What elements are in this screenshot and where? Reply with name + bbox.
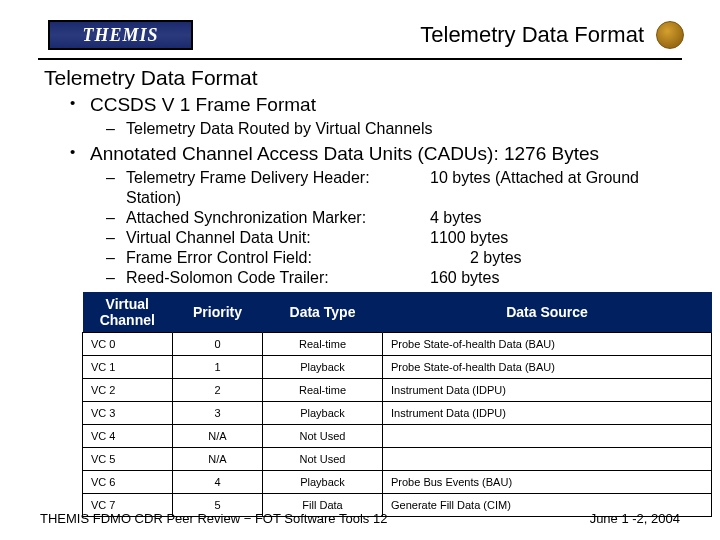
footer-left: THEMIS FDMO CDR Peer Review − FOT Softwa… <box>40 511 387 526</box>
table-cell: Probe Bus Events (BAU) <box>383 471 712 494</box>
sub-bullet: Telemetry Data Routed by Virtual Channel… <box>90 119 690 139</box>
table-cell <box>383 448 712 471</box>
mission-seal-icon <box>656 21 684 49</box>
table-cell: N/A <box>173 425 263 448</box>
bullet-list: CCSDS V 1 Frame Format Telemetry Data Ro… <box>44 94 690 288</box>
bullet-ccsds: CCSDS V 1 Frame Format Telemetry Data Ro… <box>44 94 690 139</box>
table-row: VC 11PlaybackProbe State-of-health Data … <box>83 356 712 379</box>
table-cell: VC 4 <box>83 425 173 448</box>
table-cell: VC 6 <box>83 471 173 494</box>
sub-bullet: Station) <box>90 188 690 208</box>
table-cell: Real-time <box>263 379 383 402</box>
table-header: Data Type <box>263 292 383 333</box>
bullet-text: Annotated Channel Access Data Units (CAD… <box>90 143 599 164</box>
footer: THEMIS FDMO CDR Peer Review − FOT Softwa… <box>0 511 720 526</box>
table-header: Priority <box>173 292 263 333</box>
table-cell: N/A <box>173 448 263 471</box>
sub-bullet: Virtual Channel Data Unit:1100 bytes <box>90 228 690 248</box>
logo-text: THEMIS <box>82 25 158 46</box>
sub-bullet: Frame Error Control Field:2 bytes <box>90 248 690 268</box>
vc-table: Virtual ChannelPriorityData TypeData Sou… <box>82 292 712 517</box>
table-cell: 4 <box>173 471 263 494</box>
table-cell: 1 <box>173 356 263 379</box>
header-title: Telemetry Data Format <box>420 22 644 48</box>
table-cell: Not Used <box>263 448 383 471</box>
table-cell: VC 5 <box>83 448 173 471</box>
table-cell: Playback <box>263 356 383 379</box>
table-header: Virtual Channel <box>83 292 173 333</box>
table-cell: 2 <box>173 379 263 402</box>
table-row: VC 22Real-timeInstrument Data (IDPU) <box>83 379 712 402</box>
table-cell: VC 0 <box>83 333 173 356</box>
table-cell: Instrument Data (IDPU) <box>383 402 712 425</box>
table-row: VC 64PlaybackProbe Bus Events (BAU) <box>83 471 712 494</box>
table-cell: 3 <box>173 402 263 425</box>
table-row: VC 00Real-timeProbe State-of-health Data… <box>83 333 712 356</box>
bullet-text: CCSDS V 1 Frame Format <box>90 94 316 115</box>
table-cell: Instrument Data (IDPU) <box>383 379 712 402</box>
bullet-cadu: Annotated Channel Access Data Units (CAD… <box>44 143 690 288</box>
themis-logo: THEMIS <box>48 20 193 50</box>
footer-right: June 1 -2, 2004 <box>590 511 680 526</box>
header-bar: THEMIS Telemetry Data Format <box>0 0 720 58</box>
table-cell: Playback <box>263 402 383 425</box>
table-cell: Not Used <box>263 425 383 448</box>
sub-bullet: Attached Synchronization Marker:4 bytes <box>90 208 690 228</box>
slide-body: Telemetry Data Format CCSDS V 1 Frame Fo… <box>0 60 720 517</box>
table-cell: VC 1 <box>83 356 173 379</box>
table-cell <box>383 425 712 448</box>
table-cell: VC 3 <box>83 402 173 425</box>
table-row: VC 5N/ANot Used <box>83 448 712 471</box>
table-cell: 0 <box>173 333 263 356</box>
slide-title: Telemetry Data Format <box>44 66 690 90</box>
table-row: VC 33PlaybackInstrument Data (IDPU) <box>83 402 712 425</box>
table-cell: Probe State-of-health Data (BAU) <box>383 356 712 379</box>
table-cell: Real-time <box>263 333 383 356</box>
sub-bullet: Reed-Solomon Code Trailer:160 bytes <box>90 268 690 288</box>
sub-bullet: Telemetry Frame Delivery Header:10 bytes… <box>90 168 690 188</box>
table-cell: Probe State-of-health Data (BAU) <box>383 333 712 356</box>
table-header: Data Source <box>383 292 712 333</box>
table-row: VC 4N/ANot Used <box>83 425 712 448</box>
table-cell: VC 2 <box>83 379 173 402</box>
table-cell: Playback <box>263 471 383 494</box>
